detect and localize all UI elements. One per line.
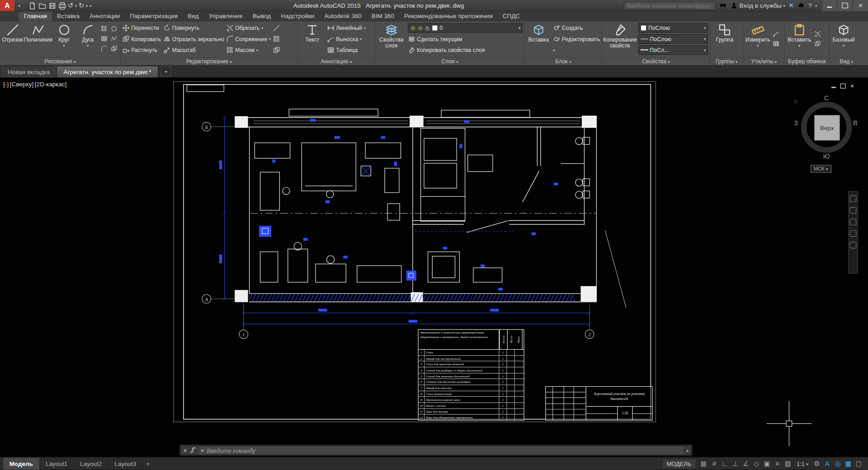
region-icon[interactable]	[111, 45, 118, 52]
isolate-objects-icon[interactable]: ◎	[833, 459, 843, 469]
ortho-mode-icon[interactable]: ⊥	[731, 459, 740, 469]
ribbon-tab[interactable]: BIM 360	[367, 12, 399, 21]
grid-display-icon[interactable]: ▦	[699, 459, 708, 469]
help-icon[interactable]: ?	[808, 2, 812, 9]
hatch-icon[interactable]	[101, 35, 108, 42]
maximize-button[interactable]	[837, 0, 852, 11]
viewcube-west[interactable]: З	[794, 119, 798, 127]
point-icon[interactable]	[101, 45, 108, 52]
create-block-button[interactable]: Создать	[553, 24, 600, 33]
drawing-canvas[interactable]: Б А 1 2	[0, 77, 868, 457]
stretch-button[interactable]: Растянуть	[123, 45, 161, 55]
viewport-visual-style-menu[interactable]: [2D-каркас]	[35, 81, 67, 88]
ribbon-tab[interactable]: Главная	[19, 12, 52, 21]
ellipse-icon[interactable]	[111, 25, 118, 32]
object-color-select[interactable]: ПоСлою ▾	[638, 24, 708, 33]
undo-caret-icon[interactable]: ▾	[75, 4, 77, 8]
layout-tab[interactable]: Layout1	[40, 458, 74, 470]
model-paper-toggle[interactable]: МОДЕЛЬ	[663, 459, 695, 468]
new-file-icon[interactable]	[28, 1, 36, 9]
redo-caret-icon[interactable]: ▾	[86, 4, 88, 8]
group-button[interactable]: Группа	[712, 22, 737, 56]
close-button[interactable]: ×	[853, 0, 868, 11]
polar-tracking-icon[interactable]: ∠	[741, 459, 750, 469]
redo-icon[interactable]: ↻	[79, 2, 84, 9]
mirror-button[interactable]: Отразить зеркально	[163, 34, 224, 44]
rectangle-icon[interactable]	[101, 25, 108, 32]
ribbon-tab[interactable]: Вставка	[52, 12, 85, 21]
text-button[interactable]: Текст	[299, 22, 325, 56]
edit-block-button[interactable]: Редактировать	[553, 34, 600, 44]
doc-minimize-icon[interactable]	[831, 87, 836, 88]
plot-icon[interactable]	[58, 1, 66, 9]
zoom-icon[interactable]	[850, 219, 857, 226]
copy-button[interactable]: Копировать	[123, 34, 161, 44]
circle-button[interactable]: Круг ▾	[53, 22, 75, 56]
viewcube-east[interactable]: В	[853, 119, 858, 127]
ribbon-tab[interactable]: Параметризация	[125, 12, 183, 21]
qat-customize-caret-icon[interactable]: ▾	[90, 4, 91, 8]
exchange-apps-icon[interactable]: ✕	[788, 2, 794, 9]
ribbon-tab[interactable]: Надстройки	[276, 12, 319, 21]
quick-calc-icon[interactable]	[773, 40, 779, 47]
new-drawing-tab-button[interactable]: +	[161, 66, 171, 76]
lineweight-select[interactable]: ПоСл... ▾	[638, 45, 708, 55]
paste-button[interactable]: Вставить ▾	[787, 22, 812, 56]
annotation-scale-button[interactable]: 1:1 ▾	[794, 461, 811, 467]
id-point-icon[interactable]	[773, 30, 779, 37]
file-tab[interactable]: Агрегатн. участок по рем.двиг.*	[57, 66, 159, 77]
make-current-button[interactable]: Сделать текущим	[408, 34, 522, 44]
graphics-performance-icon[interactable]: ▩	[844, 459, 853, 469]
panel-block-title[interactable]: Блок ▾	[525, 57, 602, 65]
panel-annotation-title[interactable]: Аннотации ▾	[298, 57, 375, 65]
undo-icon[interactable]: ↺	[68, 2, 73, 9]
snap-mode-icon[interactable]: #	[710, 459, 719, 469]
line-button[interactable]: Отрезок	[2, 22, 24, 56]
ribbon-tab[interactable]: Управление	[204, 12, 248, 21]
annotation-visibility-icon[interactable]: А	[823, 459, 832, 469]
transparency-icon[interactable]: ▨	[783, 459, 793, 469]
workspace-switching-icon[interactable]: ⚙	[812, 459, 821, 469]
arc-button[interactable]: Дуга ▾	[77, 22, 99, 56]
infocenter-search-input[interactable]	[626, 2, 713, 9]
a360-cloud-icon[interactable]	[797, 2, 805, 9]
isodraft-icon[interactable]: ◇	[752, 459, 761, 469]
object-snap-icon[interactable]: ▣	[762, 459, 772, 469]
explode-button[interactable]	[273, 34, 280, 44]
rotate-button[interactable]: Повернуть	[163, 24, 224, 33]
orbit-icon[interactable]	[850, 230, 857, 237]
layer-properties-button[interactable]: Свойства слоя	[377, 22, 406, 56]
offset-button[interactable]	[273, 45, 280, 55]
save-icon[interactable]	[48, 1, 56, 9]
move-button[interactable]: Перенести	[123, 24, 161, 33]
match-properties-button[interactable]: Копирование свойств	[604, 22, 636, 56]
linear-dimension-button[interactable]: Линейный▾	[327, 24, 366, 33]
panel-groups-title[interactable]: Группы ▾	[710, 57, 743, 65]
trim-button[interactable]: Обрезать▾	[226, 24, 271, 33]
cut-icon[interactable]	[814, 30, 821, 37]
panel-layers-title[interactable]: Слои ▾	[375, 57, 524, 65]
open-file-icon[interactable]	[38, 1, 46, 9]
spline-icon[interactable]	[111, 35, 118, 42]
layout-tab[interactable]: Модель	[3, 458, 39, 470]
viewport-view-menu[interactable]: [Сверху]	[10, 81, 34, 88]
signin-button[interactable]: Вход в службы ▾	[730, 2, 785, 9]
infer-constraints-icon[interactable]: ∟	[720, 459, 730, 469]
ribbon-tab[interactable]: Аннотации	[85, 12, 125, 21]
panel-view-title[interactable]: Вид ▾	[829, 57, 863, 65]
ribbon-tab[interactable]: Вид	[183, 12, 203, 21]
panel-properties-title[interactable]: Свойства ▾	[602, 57, 710, 65]
add-layout-button[interactable]: +	[143, 461, 153, 467]
panel-modify-title[interactable]: Редактирование ▾	[121, 57, 297, 65]
linetype-select[interactable]: ПоСлою ▾	[638, 34, 708, 44]
leader-button[interactable]: Выноска▾	[327, 34, 366, 44]
table-button[interactable]: Таблица	[327, 45, 366, 55]
polyline-button[interactable]: Полилиния	[25, 22, 51, 56]
viewport-controls-menu[interactable]: [-]	[3, 81, 9, 88]
command-close-icon[interactable]: ×	[183, 447, 187, 454]
layout-tab[interactable]: Layout2	[74, 458, 108, 470]
layer-select[interactable]: 0 ▾	[408, 24, 522, 33]
ribbon-tab[interactable]: Вывод	[248, 12, 276, 21]
doc-restore-icon[interactable]	[840, 83, 846, 88]
viewcube-top-face[interactable]: Верх	[814, 115, 840, 141]
